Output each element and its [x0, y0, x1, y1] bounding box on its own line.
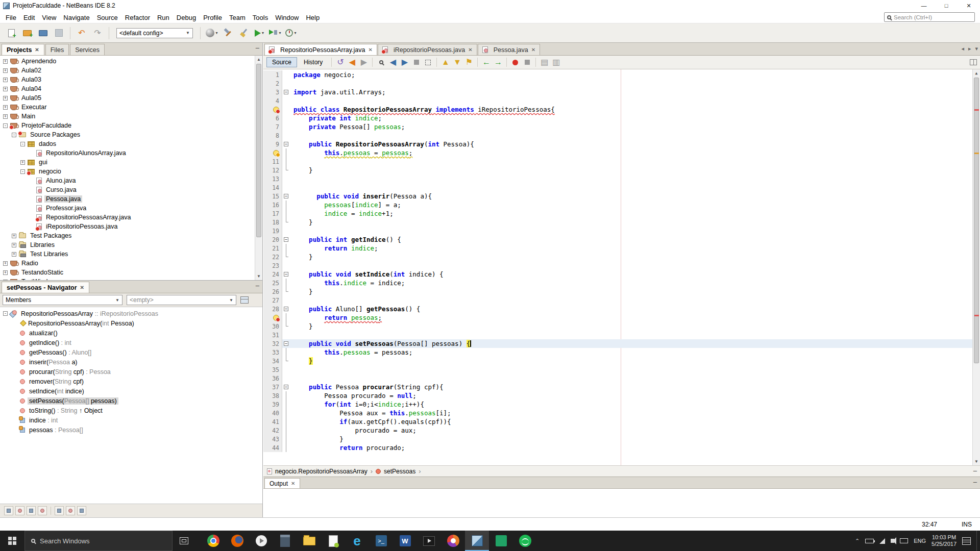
build-button[interactable]: ▾ — [205, 26, 219, 40]
sort-alpha-button[interactable] — [55, 506, 64, 515]
collapse-icon[interactable]: − — [284, 237, 288, 242]
show-fields-button[interactable] — [15, 506, 24, 515]
tab-output[interactable]: Output ✕ — [264, 478, 300, 488]
start-button[interactable] — [0, 531, 24, 551]
close-icon[interactable]: ✕ — [531, 47, 535, 53]
code-line-42[interactable]: 42 procurado = aux; — [263, 426, 980, 435]
code-line-23[interactable]: 23 — [263, 261, 980, 270]
tree-item-repositorioalunosarray-java[interactable]: RepositorioAlunosArray.java — [0, 148, 262, 158]
code-editor[interactable]: 1package negocio;23−import java.util.Arr… — [263, 69, 980, 465]
navigator-item[interactable]: atualizar() — [0, 328, 262, 338]
menu-team[interactable]: Team — [226, 12, 249, 23]
expand-icon[interactable]: + — [12, 252, 16, 257]
navigator-item[interactable]: getPessoas() : Aluno[] — [0, 347, 262, 357]
collapse-icon[interactable]: - — [20, 169, 25, 174]
comment-button[interactable]: ▤ — [539, 57, 550, 68]
debug-button[interactable]: ▾ — [268, 26, 282, 40]
scroll-down-icon[interactable]: ▼ — [255, 272, 262, 280]
code-line-1[interactable]: 1package negocio; — [263, 70, 980, 79]
output-minimize-icon[interactable]: – — [973, 480, 977, 485]
show-desktop-button[interactable] — [976, 531, 979, 551]
code-line-20[interactable]: 20− public int getIndice() { — [263, 235, 980, 244]
build-project-button[interactable] — [220, 26, 235, 40]
navigator-item[interactable]: getIndice() : int — [0, 338, 262, 347]
filter-input[interactable]: <empty> ▼ — [127, 295, 236, 305]
navigator-item[interactable]: RepositorioPessoasArray(int Pessoa) — [0, 318, 262, 328]
code-line-26[interactable]: 26 } — [263, 287, 980, 296]
code-line-5[interactable]: public class RepositorioPessoasArray imp… — [263, 105, 980, 114]
tree-item-dados[interactable]: -dados — [0, 139, 262, 148]
action-center-icon[interactable] — [962, 537, 971, 545]
menu-debug[interactable]: Debug — [173, 12, 200, 23]
menu-help[interactable]: Help — [302, 12, 323, 23]
source-view-button[interactable]: Source — [266, 57, 297, 67]
code-line-38[interactable]: 38 Pessoa procurado = null; — [263, 391, 980, 400]
tree-item-aluno-java[interactable]: Aluno.java — [0, 176, 262, 185]
code-line-32[interactable]: 32− public void setPessoas(Pessoa[] pess… — [263, 339, 980, 348]
show-inherited-button[interactable] — [4, 506, 13, 515]
tray-chevron-up-icon[interactable]: ⌃ — [855, 538, 860, 544]
taskbar-app-video-player[interactable] — [417, 531, 441, 551]
open-project-button[interactable] — [36, 26, 50, 40]
tree-item-pessoa-java[interactable]: Pessoa.java — [0, 194, 262, 204]
previous-occurrence-button[interactable]: ▲ — [440, 57, 451, 68]
tree-item-projetofaculdade[interactable]: -ProjetoFaculdade — [0, 121, 262, 130]
code-line-3[interactable]: 3−import java.util.Arrays; — [263, 88, 980, 96]
language-indicator[interactable]: ENG — [914, 538, 926, 544]
tree-item-libraries[interactable]: +Libraries — [0, 240, 262, 249]
scrollbar-thumb[interactable] — [974, 78, 979, 363]
breadcrumb-minimize-icon[interactable]: – — [973, 468, 977, 473]
code-line-2[interactable]: 2 — [263, 79, 980, 88]
config-dropdown[interactable]: <default config>▼ — [116, 28, 193, 38]
projects-minimize-icon[interactable]: – — [256, 45, 259, 51]
start-macro-button[interactable] — [510, 57, 521, 68]
network-icon[interactable] — [879, 538, 885, 544]
undo-button[interactable]: ↶ — [75, 26, 89, 40]
code-line-27[interactable]: 27 — [263, 296, 980, 305]
find-next-button[interactable]: ▶ — [399, 57, 410, 68]
tree-item-aula04[interactable]: +Aula04 — [0, 84, 262, 93]
shift-right-button[interactable]: → — [493, 57, 503, 68]
navigator-item[interactable]: indice : int — [0, 415, 262, 425]
scroll-up-icon[interactable]: ▲ — [255, 56, 262, 63]
taskbar-app-edge[interactable]: e — [345, 531, 369, 551]
stop-macro-button[interactable] — [522, 57, 532, 68]
tree-item-aula03[interactable]: +Aula03 — [0, 75, 262, 84]
volume-icon[interactable] — [891, 539, 894, 543]
tab-projects[interactable]: Projects✕ — [2, 44, 44, 55]
code-line-39[interactable]: 39 for(int i=0;i<indice;i++){ — [263, 400, 980, 409]
navigator-item[interactable]: inserir(Pessoa a) — [0, 357, 262, 367]
code-line-12[interactable]: 12 } — [263, 166, 980, 174]
code-line-14[interactable]: 14 — [263, 183, 980, 192]
code-line-8[interactable]: 8 — [263, 131, 980, 140]
breadcrumb-item[interactable]: setPessoas — [384, 468, 415, 475]
expand-icon[interactable]: + — [3, 59, 8, 64]
navigator-item[interactable]: -RepositorioPessoasArray :: iRepositorio… — [0, 309, 262, 318]
save-all-button[interactable] — [52, 26, 66, 40]
expand-icon[interactable]: + — [12, 243, 16, 247]
history-view-button[interactable]: History — [298, 57, 328, 67]
editor-tab-irepositoriopessoas-java[interactable]: iRepositorioPessoas.java✕ — [378, 44, 477, 55]
menu-window[interactable]: Window — [272, 12, 302, 23]
taskbar-app-chrome[interactable] — [201, 531, 225, 551]
error-stripe-mark[interactable] — [974, 315, 979, 316]
tree-item-curso-java[interactable]: Curso.java — [0, 185, 262, 194]
tab-services[interactable]: Services — [70, 44, 105, 55]
menu-file[interactable]: File — [2, 12, 20, 23]
close-icon[interactable]: ✕ — [468, 47, 472, 53]
warning-stripe-mark[interactable] — [974, 153, 979, 154]
tab-navigator[interactable]: setPessoas - Navigator ✕ — [2, 282, 89, 293]
filter-button[interactable] — [77, 506, 86, 515]
code-line-10[interactable]: this.pessoas = pessoas; — [263, 148, 980, 157]
uncomment-button[interactable]: ▥ — [551, 57, 561, 68]
tree-item-repositoriopessoasarray-java[interactable]: RepositorioPessoasArray.java — [0, 213, 262, 222]
show-static-button[interactable] — [27, 506, 36, 515]
menu-view[interactable]: View — [38, 12, 60, 23]
expand-icon[interactable]: + — [3, 114, 8, 119]
taskbar-app-file-explorer[interactable] — [297, 531, 321, 551]
collapse-icon[interactable]: - — [20, 142, 25, 146]
menu-run[interactable]: Run — [154, 12, 173, 23]
tree-item-testandostatic[interactable]: +TestandoStatic — [0, 268, 262, 277]
code-line-43[interactable]: 43 } — [263, 435, 980, 443]
code-line-36[interactable]: 36 — [263, 374, 980, 383]
